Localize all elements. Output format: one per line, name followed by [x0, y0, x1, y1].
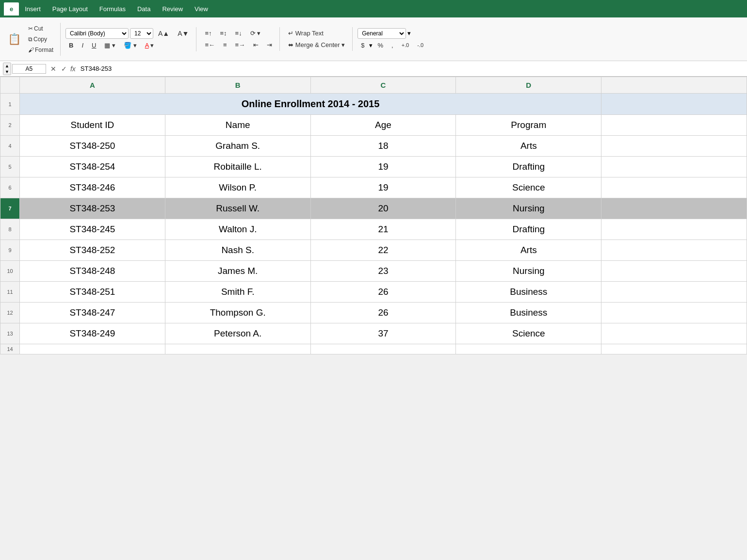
align-middle-button[interactable]: ≡↕: [217, 28, 230, 38]
cell-14-2[interactable]: [310, 344, 456, 354]
cell-11-3[interactable]: Business: [456, 282, 601, 303]
cell-13-2[interactable]: 37: [310, 323, 456, 344]
font-size-select[interactable]: 12: [130, 28, 153, 39]
cell-14-0[interactable]: [20, 344, 165, 354]
cell-12-0[interactable]: ST348-247: [20, 303, 165, 323]
cell-8-3[interactable]: Drafting: [456, 219, 601, 240]
cell-12-2[interactable]: 26: [310, 303, 456, 323]
cell-11-1[interactable]: Smith F.: [165, 282, 310, 303]
ribbon-tab-insert[interactable]: Insert: [19, 2, 47, 16]
nav-up-arrow[interactable]: ▲: [3, 63, 11, 69]
cell-4-1[interactable]: Graham S.: [165, 136, 310, 157]
align-top-button[interactable]: ≡↑: [201, 28, 215, 38]
cell-7-1[interactable]: Russell W.: [165, 198, 310, 219]
cell-reference-box[interactable]: [12, 64, 46, 74]
cell-6-1[interactable]: Wilson P.: [165, 177, 310, 198]
cell-10-1[interactable]: James M.: [165, 261, 310, 282]
header-cell-2[interactable]: Age: [310, 115, 456, 136]
col-header-b[interactable]: B: [165, 77, 310, 94]
title-cell[interactable]: Online Enrollment 2014 - 2015: [20, 94, 601, 115]
cell-12-3[interactable]: Business: [456, 303, 601, 323]
ribbon-tab-view[interactable]: View: [189, 2, 214, 16]
decrease-indent-button[interactable]: ⇤: [250, 40, 262, 50]
cell-5-2[interactable]: 19: [310, 157, 456, 177]
cell-10-2[interactable]: 23: [310, 261, 456, 282]
bold-button[interactable]: B: [65, 40, 77, 50]
cell-13-0[interactable]: ST348-249: [20, 323, 165, 344]
align-right-button[interactable]: ≡→: [232, 40, 249, 50]
border-button[interactable]: ▦ ▾: [101, 40, 119, 50]
dollar-button[interactable]: $: [357, 40, 368, 50]
cell-9-2[interactable]: 22: [310, 240, 456, 261]
cell-8-2[interactable]: 21: [310, 219, 456, 240]
header-cell-0[interactable]: Student ID: [20, 115, 165, 136]
increase-indent-button[interactable]: ⇥: [263, 40, 276, 50]
comma-button[interactable]: ,: [388, 40, 397, 50]
wrap-text-button[interactable]: ↵ Wrap Text: [285, 28, 327, 38]
nav-down-arrow[interactable]: ▼: [3, 69, 11, 75]
ribbon-tab-data[interactable]: Data: [131, 2, 156, 16]
decrease-decimal-button[interactable]: -.0: [414, 41, 427, 49]
cell-7-0[interactable]: ST348-253: [20, 198, 165, 219]
fill-color-button[interactable]: 🪣 ▾: [120, 40, 140, 50]
ribbon-tab-page-layout[interactable]: Page Layout: [47, 2, 94, 16]
cut-button[interactable]: ✂ Cut: [25, 24, 56, 33]
cell-8-0[interactable]: ST348-245: [20, 219, 165, 240]
format-painter-button[interactable]: 🖌 Format: [25, 45, 56, 55]
ribbon-tab-formulas[interactable]: Formulas: [94, 2, 131, 16]
align-center-button[interactable]: ≡: [220, 40, 230, 50]
cell-9-0[interactable]: ST348-252: [20, 240, 165, 261]
cell-5-3[interactable]: Drafting: [456, 157, 601, 177]
percent-button[interactable]: %: [374, 40, 387, 50]
cancel-formula-icon[interactable]: ✕: [49, 64, 58, 73]
cell-14-1[interactable]: [165, 344, 310, 354]
number-format-select[interactable]: General: [357, 28, 406, 39]
cell-12-1[interactable]: Thompson G.: [165, 303, 310, 323]
cell-11-0[interactable]: ST348-251: [20, 282, 165, 303]
confirm-formula-icon[interactable]: ✓: [60, 64, 68, 73]
cell-6-0[interactable]: ST348-246: [20, 177, 165, 198]
col-header-e[interactable]: [601, 77, 747, 94]
cell-9-1[interactable]: Nash S.: [165, 240, 310, 261]
col-header-a[interactable]: A: [20, 77, 165, 94]
font-name-select[interactable]: Calibri (Body): [65, 28, 129, 39]
align-bottom-button[interactable]: ≡↓: [232, 28, 245, 38]
decrease-font-button[interactable]: A▼: [174, 28, 192, 39]
cell-13-3[interactable]: Science: [456, 323, 601, 344]
cell-4-0[interactable]: ST348-250: [20, 136, 165, 157]
cell-11-2[interactable]: 26: [310, 282, 456, 303]
paste-button[interactable]: 📋: [5, 32, 24, 47]
col-header-d[interactable]: D: [456, 77, 601, 94]
cell-7-3[interactable]: Nursing: [456, 198, 601, 219]
cell-4-2[interactable]: 18: [310, 136, 456, 157]
cell-9-3[interactable]: Arts: [456, 240, 601, 261]
formula-input[interactable]: [81, 65, 744, 72]
increase-font-button[interactable]: A▲: [155, 28, 173, 39]
cell-8-1[interactable]: Walton J.: [165, 219, 310, 240]
cell-13-1[interactable]: Peterson A.: [165, 323, 310, 344]
font-color-button[interactable]: A ▾: [142, 40, 158, 50]
cell-nav-arrows[interactable]: ▲ ▼: [3, 63, 11, 75]
align-left-button[interactable]: ≡←: [201, 40, 218, 50]
ribbon-tab-home[interactable]: e: [4, 2, 19, 16]
cell-14-3[interactable]: [456, 344, 601, 354]
table-row: 11ST348-251Smith F.26Business: [0, 282, 747, 303]
cell-10-0[interactable]: ST348-248: [20, 261, 165, 282]
cell-7-2[interactable]: 20: [310, 198, 456, 219]
orientation-button[interactable]: ⟳ ▾: [247, 28, 264, 38]
merge-center-button[interactable]: ⬌ Merge & Center ▾: [285, 40, 348, 50]
cell-5-1[interactable]: Robitaille L.: [165, 157, 310, 177]
cell-6-2[interactable]: 19: [310, 177, 456, 198]
underline-button[interactable]: U: [88, 40, 99, 50]
cell-6-3[interactable]: Science: [456, 177, 601, 198]
cell-10-3[interactable]: Nursing: [456, 261, 601, 282]
header-cell-3[interactable]: Program: [456, 115, 601, 136]
copy-button[interactable]: ⧉ Copy: [25, 34, 56, 44]
increase-decimal-button[interactable]: +.0: [398, 41, 413, 49]
ribbon-tab-review[interactable]: Review: [156, 2, 189, 16]
header-cell-1[interactable]: Name: [165, 115, 310, 136]
italic-button[interactable]: I: [78, 40, 87, 50]
cell-5-0[interactable]: ST348-254: [20, 157, 165, 177]
col-header-c[interactable]: C: [310, 77, 456, 94]
cell-4-3[interactable]: Arts: [456, 136, 601, 157]
